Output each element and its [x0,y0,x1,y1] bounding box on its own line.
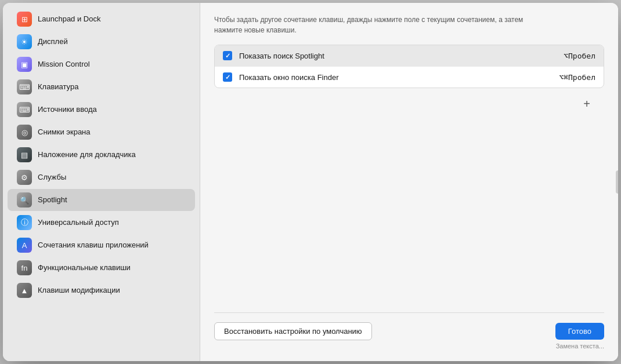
sidebar-label-screenshot: Снимки экрана [38,128,91,137]
bottom-hint: Замена текста... [214,343,604,350]
sidebar-label-overlay: Наложение для докладчика [38,150,136,160]
sidebar-item-appshortcuts[interactable]: AСочетания клавиш приложений [8,234,195,256]
accessibility-icon: ⓘ [17,215,32,230]
sidebar-item-accessibility[interactable]: ⓘУниверсальный доступ [8,212,195,234]
sidebar-item-display[interactable]: ☀Дисплей [8,31,195,53]
add-shortcut-area[interactable]: + [214,88,604,120]
modkeys-icon: ▲ [17,283,32,298]
restore-defaults-button[interactable]: Восстановить настройки по умолчанию [214,322,372,340]
fnkeys-icon: fn [17,260,32,275]
sidebar-label-display: Дисплей [38,37,68,47]
overlay-icon: ▤ [17,147,32,162]
content-panel: Чтобы задать другое сочетание клавиш, дв… [200,3,618,361]
launchpad-icon: ⊞ [17,12,32,27]
input-icon: ⌨ [17,102,32,117]
shortcut-row-spotlight-search: Показать поиск Spotlight⌥Пробел [215,45,604,67]
done-button[interactable]: Готово [555,323,604,340]
sidebar-label-launchpad: Launchpad и Dock [38,14,100,24]
sidebar-item-screenshot[interactable]: ◎Снимки экрана [8,121,195,143]
settings-window: ⊞Launchpad и Dock☀Дисплей▣Mission Contro… [3,3,618,361]
checkbox-finder-search[interactable] [223,72,232,82]
keyboard-icon: ⌨ [17,79,32,94]
sidebar-label-modkeys: Клавиши модификации [38,286,120,296]
sidebar-label-fnkeys: Функциональные клавиши [38,263,131,273]
sidebar-item-spotlight[interactable]: 🔍Spotlight [8,189,195,211]
shortcuts-table: Показать поиск Spotlight⌥ПробелПоказать … [214,45,604,88]
sidebar-label-mission: Mission Control [38,60,90,70]
sidebar-item-overlay[interactable]: ▤Наложение для докладчика [8,144,195,166]
sidebar-item-fnkeys[interactable]: fnФункциональные клавиши [8,257,195,279]
sidebar: ⊞Launchpad и Dock☀Дисплей▣Mission Contro… [3,3,200,361]
services-icon: ⚙ [17,170,32,185]
sidebar-label-accessibility: Универсальный доступ [38,218,119,228]
sidebar-label-appshortcuts: Сочетания клавиш приложений [38,241,149,250]
shortcut-key-finder-search[interactable]: ⌥⌘Пробел [559,73,595,82]
sidebar-item-keyboard[interactable]: ⌨Клавиатура [8,76,195,98]
shortcut-key-spotlight-search[interactable]: ⌥Пробел [564,52,595,60]
sidebar-item-modkeys[interactable]: ▲Клавиши модификации [8,279,195,301]
sidebar-label-services: Службы [38,173,66,183]
add-icon[interactable]: + [583,97,590,111]
hint-text: Чтобы задать другое сочетание клавиш, дв… [214,14,533,35]
shortcut-name-spotlight-search: Показать поиск Spotlight [239,52,557,60]
sidebar-label-spotlight: Spotlight [38,195,67,205]
footer: Восстановить настройки по умолчанию Гото… [214,312,604,340]
shortcut-name-finder-search: Показать окно поиска Finder [239,73,552,82]
sidebar-item-input[interactable]: ⌨Источники ввода [8,99,195,121]
display-icon: ☀ [17,34,32,49]
appshortcuts-icon: A [17,238,32,253]
resize-handle[interactable] [616,170,618,194]
sidebar-item-launchpad[interactable]: ⊞Launchpad и Dock [8,8,195,30]
sidebar-item-services[interactable]: ⚙Службы [8,166,195,188]
screenshot-icon: ◎ [17,125,32,140]
checkbox-spotlight-search[interactable] [223,51,232,60]
shortcut-row-finder-search: Показать окно поиска Finder⌥⌘Пробел [215,67,604,88]
sidebar-label-input: Источники ввода [38,105,97,115]
sidebar-label-keyboard: Клавиатура [38,82,78,92]
sidebar-item-mission[interactable]: ▣Mission Control [8,53,195,75]
mission-icon: ▣ [17,57,32,72]
spotlight-icon: 🔍 [17,192,32,208]
